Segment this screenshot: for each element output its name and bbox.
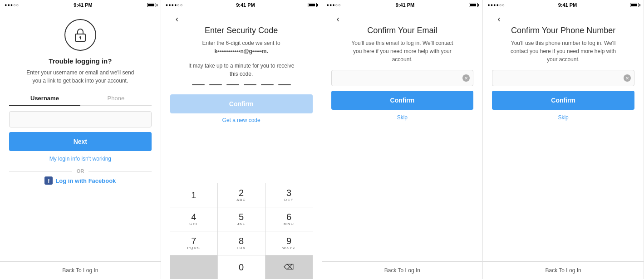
key-5[interactable]: 5JKL [218,207,265,231]
key-empty [170,255,218,279]
signal-dots-2: ●●●●○○ [166,3,183,7]
screen1-content: Trouble logging in? Enter your username … [0,10,161,261]
confirm-email-title: Confirm Your Email [367,26,437,35]
code-dash-3 [226,84,239,85]
back-to-login-1[interactable]: Back To Log In [0,261,161,279]
screen-trouble-login: ●●●○○ 9:41 PM Trouble logging in? Enter … [0,0,161,279]
security-code-title: Enter Security Code [205,26,278,35]
facebook-icon: f [44,176,53,185]
email-input[interactable] [331,70,474,86]
key-1[interactable]: 1 [170,183,218,207]
trouble-title: Trouble logging in? [49,57,112,65]
numpad-row-2: 4GHI 5JKL 6MNO [170,207,313,231]
screen-security-code: ●●●●○○ 9:41 PM ‹ Enter Security Code Ent… [161,0,322,279]
status-bar-4: ●●●●○○ 9:41 PM [483,0,644,10]
confirm-email-desc: You'll use this email to log in. We'll c… [348,39,457,64]
login-info-link[interactable]: My login info isn't working [49,156,111,162]
battery-icon-1 [147,3,156,7]
key-0[interactable]: 0 [218,255,265,279]
tab-username[interactable]: Username [9,91,80,105]
phone-input[interactable] [492,70,634,86]
back-button-3[interactable]: ‹ [333,12,344,26]
key-delete[interactable]: ⌫ [265,255,313,279]
clear-phone-button[interactable]: ✕ [624,74,631,82]
back-button-2[interactable]: ‹ [172,12,182,26]
key-7[interactable]: 7PQRS [170,231,218,255]
screen2-content: ‹ Enter Security Code Enter the 6-digit … [161,10,322,279]
status-time-3: 9:41 PM [396,2,415,8]
battery-icon-3 [469,3,478,7]
key-2[interactable]: 2ABC [218,183,265,207]
battery-icon-4 [630,3,639,7]
or-divider: OR [9,168,152,174]
screen4-content: ‹ Confirm Your Phone Number You'll use t… [483,10,644,261]
code-dash-5 [261,84,274,85]
back-to-login-4[interactable]: Back To Log In [483,261,644,279]
back-button-4[interactable]: ‹ [494,12,504,26]
code-dash-1 [192,84,205,85]
numpad-row-1: 1 2ABC 3DEF [170,183,313,207]
code-dash-4 [244,84,256,85]
tab-row: Username Phone [9,91,152,106]
screen-confirm-email: ●●●○○ 9:41 PM ‹ Confirm Your Email You'l… [322,0,483,279]
status-time-4: 9:41 PM [558,2,577,8]
lock-icon-container [64,19,96,51]
key-8[interactable]: 8TUV [218,231,265,255]
get-new-code-link[interactable]: Get a new code [222,117,261,123]
key-4[interactable]: 4GHI [170,207,218,231]
skip-phone-link[interactable]: Skip [558,114,568,121]
facebook-login-text: Log in with Facebook [55,177,116,184]
confirm-phone-desc: You'll use this phone number to log in. … [509,39,618,64]
key-6[interactable]: 6MNO [265,207,313,231]
code-dashes [192,84,291,85]
battery-icon-2 [308,3,317,7]
key-9[interactable]: 9WXYZ [265,231,313,255]
or-text: OR [77,168,84,174]
clear-email-button[interactable]: ✕ [462,74,470,82]
phone-input-container: ✕ [492,70,634,86]
skip-email-link[interactable]: Skip [397,114,408,121]
status-time-1: 9:41 PM [74,2,93,8]
next-button[interactable]: Next [9,132,152,151]
code-dash-2 [209,84,222,85]
signal-dots-4: ●●●●○○ [487,3,505,7]
confirm-phone-title: Confirm Your Phone Number [511,26,615,35]
masked-email: k••••••••••••n@g•••••m. [214,48,268,54]
svg-rect-2 [80,38,81,39]
status-time-2: 9:41 PM [236,2,255,8]
key-3[interactable]: 3DEF [265,183,313,207]
security-code-subtitle1: Enter the 6-digit code we sent to k•••••… [202,39,280,55]
screen-confirm-phone: ●●●●○○ 9:41 PM ‹ Confirm Your Phone Numb… [483,0,644,279]
trouble-description: Enter your username or email and we'll s… [26,69,135,85]
security-code-subtitle2: It may take up to a minute for you to re… [187,62,296,78]
status-bar-3: ●●●○○ 9:41 PM [322,0,483,10]
confirm-phone-button[interactable]: Confirm [492,91,634,110]
tab-phone[interactable]: Phone [80,91,152,105]
username-input[interactable] [9,111,152,127]
back-to-login-3[interactable]: Back To Log In [322,261,483,279]
signal-dots-1: ●●●○○ [5,3,19,7]
confirm-button-2[interactable]: Confirm [170,94,313,113]
status-bar-2: ●●●●○○ 9:41 PM [161,0,322,10]
facebook-login-row[interactable]: f Log in with Facebook [44,176,116,185]
numpad-row-3: 7PQRS 8TUV 9WXYZ [170,231,313,255]
confirm-email-button[interactable]: Confirm [331,91,474,110]
numpad: 1 2ABC 3DEF 4GHI 5JKL 6MNO 7PQRS 8TUV 9W… [170,183,313,279]
numpad-row-4: 0 ⌫ [170,255,313,279]
code-dash-6 [278,84,291,85]
lock-icon [72,27,88,43]
status-bar-1: ●●●○○ 9:41 PM [0,0,161,10]
email-input-container: ✕ [331,70,474,86]
signal-dots-3: ●●●○○ [327,3,341,7]
screen3-content: ‹ Confirm Your Email You'll use this ema… [322,10,483,261]
